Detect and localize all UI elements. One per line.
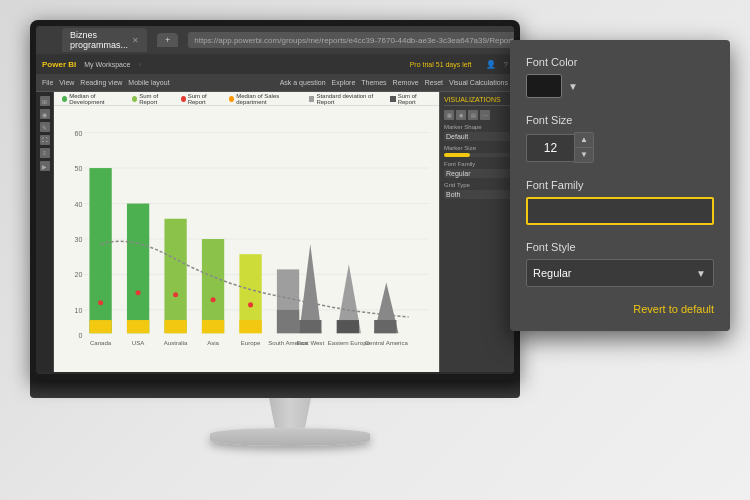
settings-font-color-section: Font Color ▼ <box>526 56 714 98</box>
bar-aus-yellow <box>164 320 186 333</box>
bar-usa-yellow <box>127 320 149 333</box>
legend-label-4: Median of Sales department <box>236 93 301 105</box>
legend-label-5: Standard deviation of Report <box>316 93 382 105</box>
font-style-select-container: Regular Bold Italic Bold Italic ▼ <box>526 259 714 287</box>
vis-icon-1[interactable]: ▦ <box>444 110 454 120</box>
font-size-input[interactable] <box>526 134 574 162</box>
color-swatch-container: ▼ <box>526 74 714 98</box>
svg-text:East West: East West <box>297 340 325 346</box>
font-size-down-button[interactable]: ▼ <box>575 148 593 162</box>
vis-icon-3[interactable]: ▤ <box>468 110 478 120</box>
legend-item-4: Median of Sales department <box>229 93 301 105</box>
svg-text:60: 60 <box>74 130 82 138</box>
color-dropdown-arrow[interactable]: ▼ <box>568 81 578 92</box>
bar-europe-yellow <box>239 320 261 333</box>
sidebar-icon-6[interactable]: ▶ <box>40 161 50 171</box>
pbi-sub-toolbar: File View Reading view Mobile layout Ask… <box>36 74 514 92</box>
browser-addressbar[interactable]: https://app.powerbi.com/groups/me/report… <box>188 32 514 48</box>
monitor-neck <box>260 398 320 428</box>
legend-dot-5 <box>309 96 314 102</box>
svg-text:Canada: Canada <box>90 340 112 346</box>
tab-close-icon[interactable]: ✕ <box>132 36 139 45</box>
svg-text:50: 50 <box>74 165 82 173</box>
legend-dot-4 <box>229 96 234 102</box>
legend-dot-2 <box>132 96 137 102</box>
font-family-input[interactable] <box>526 197 714 225</box>
pbi-nav-view[interactable]: View <box>59 79 74 86</box>
font-style-select[interactable]: Regular Bold Italic Bold Italic <box>526 259 714 287</box>
legend-dot-3 <box>181 96 186 102</box>
bar-canada-yellow <box>89 320 111 333</box>
sidebar-icon-3[interactable]: ✎ <box>40 122 50 132</box>
svg-text:0: 0 <box>78 332 82 340</box>
panel-section-size: Marker Size <box>444 145 510 157</box>
marker-1 <box>98 300 103 305</box>
sidebar-icon-4[interactable]: ⛶ <box>40 135 50 145</box>
pbi-help-icon[interactable]: ? <box>504 60 508 69</box>
browser-tab-active[interactable]: Biznes programmas... ✕ <box>62 28 147 52</box>
panel-label-marker: Marker Shape <box>444 124 510 130</box>
monitor-base <box>210 428 370 446</box>
pbi-nav-mobile[interactable]: Mobile layout <box>128 79 169 86</box>
chart-panel: VISUALIZATIONS ▦ ◉ ▤ ⋯ Marker Shape Defa… <box>439 92 514 372</box>
chart-sidebar: ⊞ ◉ ✎ ⛶ ≡ ▶ <box>36 92 54 372</box>
pbi-action-reset[interactable]: Reset <box>425 79 443 86</box>
pbi-workspace[interactable]: My Workspace <box>84 61 130 68</box>
panel-item-regular[interactable]: Regular <box>444 169 510 178</box>
bar-eastwest-base <box>299 320 321 333</box>
settings-font-style-label: Font Style <box>526 241 714 253</box>
svg-text:10: 10 <box>74 307 82 315</box>
pbi-action-themes[interactable]: Themes <box>361 79 386 86</box>
legend-label-1: Median of Development <box>69 93 124 105</box>
monitor: Biznes programmas... ✕ + https://app.pow… <box>30 20 550 440</box>
svg-text:Central America: Central America <box>365 340 409 346</box>
svg-text:Asia: Asia <box>207 340 219 346</box>
bar-easterneu-base <box>337 320 359 333</box>
size-slider[interactable] <box>444 153 510 157</box>
bar-asia-green <box>202 239 224 333</box>
pbi-separator: › <box>138 61 140 68</box>
browser-tab-new[interactable]: + <box>157 33 178 47</box>
chart-legend: Median of Development Sum of Report Sum … <box>54 92 439 106</box>
panel-section-color2: Font Family Regular <box>444 161 510 178</box>
vis-icon-2[interactable]: ◉ <box>456 110 466 120</box>
svg-text:USA: USA <box>132 340 145 346</box>
settings-font-color-label: Font Color <box>526 56 714 68</box>
revert-to-default-link[interactable]: Revert to default <box>526 303 714 315</box>
chart-main: Median of Development Sum of Report Sum … <box>54 92 439 372</box>
pbi-nav-reading[interactable]: Reading view <box>80 79 122 86</box>
panel-item-default[interactable]: Default <box>444 132 510 141</box>
vis-icon-4[interactable]: ⋯ <box>480 110 490 120</box>
pbi-trial: Pro trial 51 days left <box>410 61 472 68</box>
panel-item-grid-both[interactable]: Both <box>444 190 510 199</box>
pbi-action-explore[interactable]: Explore <box>332 79 356 86</box>
color-swatch[interactable] <box>526 74 562 98</box>
svg-text:20: 20 <box>74 272 82 280</box>
settings-font-style-section: Font Style Regular Bold Italic Bold Ital… <box>526 241 714 287</box>
scene: Biznes programmas... ✕ + https://app.pow… <box>0 0 750 500</box>
pbi-action-ask[interactable]: Ask a question <box>280 79 326 86</box>
settings-panel: Font Color ▼ Font Size ▲ ▼ Font Family <box>510 40 730 331</box>
pbi-action-remove[interactable]: Remove <box>393 79 419 86</box>
legend-item-2: Sum of Report <box>132 93 173 105</box>
bar-southam-dark <box>277 310 299 333</box>
legend-dot-1 <box>62 96 67 102</box>
panel-label-color2: Font Family <box>444 161 510 167</box>
sidebar-icon-2[interactable]: ◉ <box>40 109 50 119</box>
pbi-nav-file[interactable]: File <box>42 79 53 86</box>
browser-url: https://app.powerbi.com/groups/me/report… <box>194 36 514 45</box>
sidebar-icon-1[interactable]: ⊞ <box>40 96 50 106</box>
settings-font-family-section: Font Family <box>526 179 714 225</box>
panel-tab-visualizations[interactable]: VISUALIZATIONS <box>444 96 510 106</box>
bar-aus-green <box>164 219 186 333</box>
pbi-action-visual-calc[interactable]: Visual Calculations <box>449 79 508 86</box>
settings-font-size-section: Font Size ▲ ▼ <box>526 114 714 163</box>
pbi-user-icon[interactable]: 👤 <box>486 60 496 69</box>
sidebar-icon-5[interactable]: ≡ <box>40 148 50 158</box>
pbi-logo: Power BI <box>42 60 76 69</box>
font-size-control: ▲ ▼ <box>526 132 714 163</box>
bar-chart-svg: 60 50 40 30 20 10 0 <box>54 106 439 372</box>
legend-item-1: Median of Development <box>62 93 124 105</box>
font-size-up-button[interactable]: ▲ <box>575 133 593 147</box>
monitor-screen: Biznes programmas... ✕ + https://app.pow… <box>36 26 514 374</box>
